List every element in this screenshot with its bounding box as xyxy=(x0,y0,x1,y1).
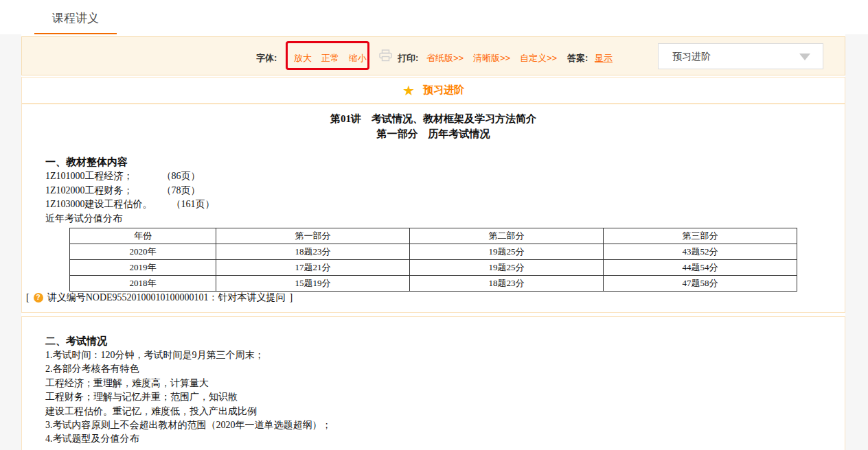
note-open-bracket: [ xyxy=(26,292,30,303)
print-paper-saving-link[interactable]: 省纸版>> xyxy=(426,52,464,64)
col-header-part1: 第一部分 xyxy=(216,228,410,244)
font-zoom-in-link[interactable]: 放大 xyxy=(294,52,312,64)
handout-toolbar: 字体: 放大 正常 缩小 打印: 省纸版>> 清晰版>> 自定义>> 答案: 显… xyxy=(21,36,845,75)
cell: 2019年 xyxy=(70,260,216,276)
cell: 44题54分 xyxy=(604,260,797,276)
printer-icon xyxy=(379,49,392,64)
cell: 47题58分 xyxy=(604,276,797,292)
chapter-select[interactable]: 预习进阶 xyxy=(658,43,823,69)
table-header-row: 年份 第一部分 第二部分 第三部分 xyxy=(70,228,797,244)
font-normal-link[interactable]: 正常 xyxy=(321,52,339,64)
font-size-label: 字体: xyxy=(256,52,277,64)
section2-line: 1.考试时间：120分钟，考试时间是9月第三个周末； xyxy=(45,348,332,362)
chapter-banner-title: 预习进阶 xyxy=(423,84,464,97)
cell: 17题21分 xyxy=(216,260,410,276)
section1-heading: 一、教材整体内容 xyxy=(45,154,215,169)
section1-line: 近年考试分值分布 xyxy=(45,212,215,226)
col-header-year: 年份 xyxy=(70,228,216,244)
section1-text: 一、教材整体内容 1Z101000工程经济； （86页） 1Z102000工程财… xyxy=(45,154,215,226)
score-distribution-table: 年份 第一部分 第二部分 第三部分 2020年 18题23分 19题25分 43… xyxy=(69,228,797,292)
section2-line: 建设工程估价。重记忆，难度低，投入产出成比例 xyxy=(45,405,332,418)
section1-line: 1Z102000工程财务； （78页） xyxy=(45,184,215,198)
chevron-down-icon xyxy=(799,54,810,60)
cell: 15题19分 xyxy=(216,276,410,292)
section2-line: 4.考试题型及分值分布 xyxy=(45,432,332,446)
section2-heading: 二、考试情况 xyxy=(45,333,332,348)
page-header: 课程讲义 xyxy=(0,0,868,34)
col-header-part2: 第二部分 xyxy=(410,228,604,244)
note-text[interactable]: 讲义编号NODE95520100010100000101：针对本讲义提问 xyxy=(47,292,286,304)
section2-line: 3.考试内容原则上不会超出教材的范围（2020年一道单选题超纲）； xyxy=(45,418,332,432)
section1-line: 1Z103000建设工程估价。 （161页） xyxy=(45,198,215,212)
print-clear-version-link[interactable]: 清晰版>> xyxy=(473,52,510,64)
section2-line: 工程财务；理解与记忆并重；范围广，知识散 xyxy=(45,390,332,404)
answer-label: 答案: xyxy=(567,52,588,64)
answer-show-link[interactable]: 显示 xyxy=(595,52,613,64)
cell: 43题52分 xyxy=(604,244,797,260)
handout-section-1: 第01讲 考试情况、教材框架及学习方法简介 第一部分 历年考试情况 一、教材整体… xyxy=(21,104,845,313)
handout-id-note: [ ? 讲义编号NODE95520100010100000101：针对本讲义提问… xyxy=(26,292,293,304)
section2-line: 工程经济；重理解，难度高，计算量大 xyxy=(45,377,332,390)
cell: 2020年 xyxy=(70,244,216,260)
print-custom-link[interactable]: 自定义>> xyxy=(520,52,557,64)
tab-course-handout[interactable]: 课程讲义 xyxy=(34,0,117,34)
star-icon: ★ xyxy=(402,84,415,97)
cell: 2018年 xyxy=(70,276,216,292)
table-row: 2019年 17题21分 19题25分 44题54分 xyxy=(70,260,797,276)
lecture-title: 第01讲 考试情况、教材框架及学习方法简介 xyxy=(22,113,845,126)
lecture-subtitle: 第一部分 历年考试情况 xyxy=(22,128,845,141)
table-row: 2020年 18题23分 19题25分 43题52分 xyxy=(70,244,797,260)
print-label: 打印: xyxy=(398,52,418,64)
question-icon[interactable]: ? xyxy=(34,293,43,303)
cell: 18题23分 xyxy=(410,276,604,292)
chapter-banner: ★ 预习进阶 xyxy=(21,77,845,104)
note-close-bracket: ] xyxy=(290,292,293,303)
content-card: 字体: 放大 正常 缩小 打印: 省纸版>> 清晰版>> 自定义>> 答案: 显… xyxy=(21,34,845,450)
cell: 19题25分 xyxy=(410,244,604,260)
cell: 19题25分 xyxy=(410,260,604,276)
table-row: 2018年 15题19分 18题23分 47题58分 xyxy=(70,276,797,292)
section2-text: 二、考试情况 1.考试时间：120分钟，考试时间是9月第三个周末； 2.各部分考… xyxy=(45,333,332,447)
section2-line: 2.各部分考核各有特色 xyxy=(45,362,332,376)
cell: 18题23分 xyxy=(216,244,410,260)
chapter-select-value: 预习进阶 xyxy=(672,44,711,69)
section1-line: 1Z101000工程经济； （86页） xyxy=(45,169,215,184)
col-header-part3: 第三部分 xyxy=(604,228,797,244)
handout-section-2: 二、考试情况 1.考试时间：120分钟，考试时间是9月第三个周末； 2.各部分考… xyxy=(21,316,845,450)
font-zoom-out-link[interactable]: 缩小 xyxy=(349,52,367,64)
